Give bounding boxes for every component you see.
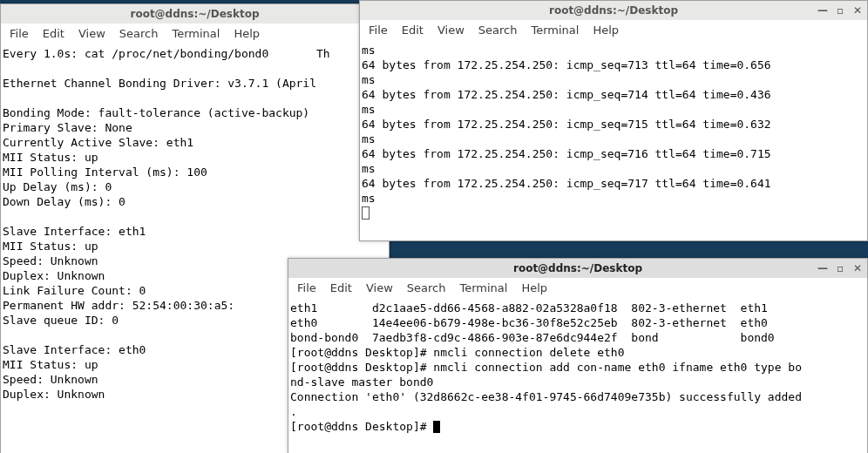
terminal-text: ms 64 bytes from 172.25.254.250: icmp_se… — [362, 44, 771, 205]
close-icon[interactable]: ✕ — [851, 4, 864, 17]
window-controls: — ▫ ✕ — [817, 262, 864, 274]
cursor-icon — [362, 206, 370, 220]
menubar: File Edit View Search Terminal Help — [1, 24, 389, 45]
menu-edit[interactable]: Edit — [37, 25, 73, 42]
terminal-output[interactable]: eth1 d2c1aae5-dd66-4568-a882-02a5328a0f1… — [288, 300, 867, 453]
minimize-icon[interactable]: — — [817, 4, 829, 17]
titlebar[interactable]: root@ddns:~/Desktop — ▫ ✕ — [288, 259, 867, 278]
titlebar[interactable]: root@ddns:~/Desktop — ▫ ✕ — [360, 1, 867, 20]
menu-help[interactable]: Help — [516, 280, 556, 296]
terminal-text: Every 1.0s: cat /proc/net/bonding/bond0 … — [3, 47, 330, 401]
menu-view[interactable]: View — [432, 22, 473, 38]
menu-view[interactable]: View — [361, 280, 402, 296]
menu-edit[interactable]: Edit — [397, 22, 432, 38]
menu-search[interactable]: Search — [473, 22, 526, 38]
minimize-icon[interactable]: — — [817, 262, 829, 274]
terminal-output[interactable]: ms 64 bytes from 172.25.254.250: icmp_se… — [360, 42, 867, 240]
titlebar[interactable]: root@ddns:~/Desktop — [1, 4, 389, 24]
menubar: File Edit View Search Terminal Help — [360, 20, 867, 42]
terminal-window-right-bottom: root@ddns:~/Desktop — ▫ ✕ File Edit View… — [288, 258, 868, 453]
menu-file[interactable]: File — [292, 280, 325, 296]
window-title: root@ddns:~/Desktop — [1, 8, 389, 20]
maximize-icon[interactable]: ▫ — [834, 262, 846, 274]
maximize-icon[interactable]: ▫ — [834, 4, 846, 17]
menu-file[interactable]: File — [4, 25, 37, 42]
menu-search[interactable]: Search — [114, 25, 167, 42]
menu-file[interactable]: File — [363, 22, 397, 38]
menubar: File Edit View Search Terminal Help — [288, 278, 867, 300]
terminal-text: eth1 d2c1aae5-dd66-4568-a882-02a5328a0f1… — [290, 301, 802, 433]
menu-help[interactable]: Help — [587, 22, 627, 38]
menu-edit[interactable]: Edit — [325, 280, 361, 296]
menu-terminal[interactable]: Terminal — [166, 25, 228, 42]
window-controls: — ▫ ✕ — [817, 4, 864, 17]
menu-help[interactable]: Help — [228, 25, 268, 42]
window-title: root@ddns:~/Desktop — [360, 4, 867, 17]
cursor-icon — [433, 421, 440, 433]
terminal-window-right-top: root@ddns:~/Desktop — ▫ ✕ File Edit View… — [359, 0, 868, 241]
window-title: root@ddns:~/Desktop — [288, 262, 867, 274]
menu-terminal[interactable]: Terminal — [454, 280, 516, 296]
menu-view[interactable]: View — [73, 25, 114, 42]
menu-terminal[interactable]: Terminal — [526, 22, 587, 38]
menu-search[interactable]: Search — [402, 280, 455, 296]
close-icon[interactable]: ✕ — [851, 262, 864, 274]
